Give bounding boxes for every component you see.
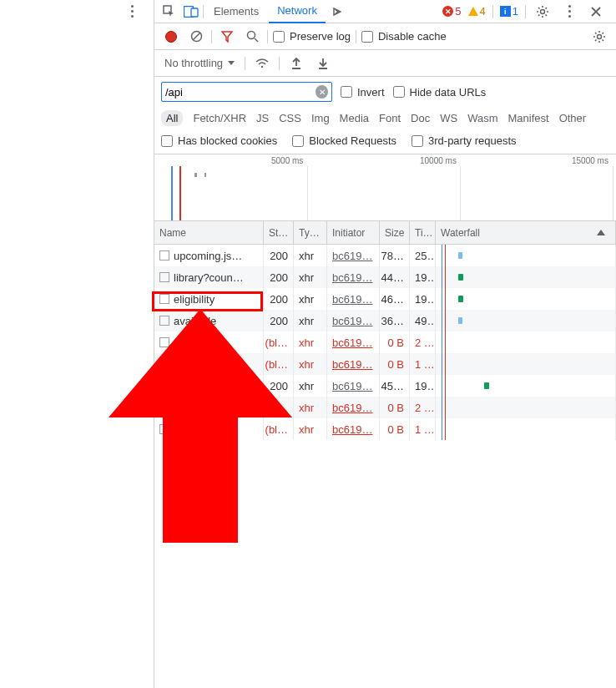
request-name: available	[174, 315, 216, 327]
type-cell: xhr	[294, 310, 327, 331]
third-party-checkbox[interactable]: 3rd-party requests	[412, 134, 517, 147]
filter-doc[interactable]: Doc	[411, 112, 430, 124]
time-cell: 1 …	[410, 353, 436, 375]
download-icon[interactable]	[313, 53, 333, 73]
table-row[interactable]: upcoming.js…200xhrbc619…78…25…	[154, 245, 616, 266]
filter-input[interactable]: ✕	[161, 82, 332, 102]
hide-data-urls-checkbox[interactable]: Hide data URLs	[393, 86, 487, 99]
svg-point-3	[541, 9, 545, 13]
filter-manifest[interactable]: Manifest	[507, 112, 548, 124]
type-cell: xhr	[294, 288, 327, 310]
preserve-log-checkbox[interactable]: Preserve log	[273, 30, 351, 43]
request-name: eligibility	[174, 293, 215, 306]
clear-filter-icon[interactable]: ✕	[316, 85, 328, 99]
upload-icon[interactable]	[286, 53, 306, 73]
initiator-link[interactable]: bc619…	[332, 271, 372, 284]
row-checkbox[interactable]	[159, 424, 169, 434]
kebab-menu[interactable]	[124, 5, 140, 18]
throttling-dropdown[interactable]: No throttling	[161, 55, 238, 71]
filter-img[interactable]: Img	[311, 112, 330, 124]
invert-checkbox[interactable]: Invert	[341, 86, 385, 99]
table-row[interactable]: (bl…xhrbc619…0 B1 …	[154, 353, 616, 375]
col-size[interactable]: Size	[380, 221, 410, 244]
clear-icon[interactable]	[186, 27, 206, 47]
time-cell: 25…	[410, 245, 436, 266]
more-tabs-icon[interactable]	[327, 2, 347, 22]
time-cell: 2 …	[410, 331, 436, 353]
type-cell: xhr	[294, 397, 327, 418]
initiator-link[interactable]: bc619…	[332, 293, 372, 306]
device-icon[interactable]	[181, 2, 201, 22]
initiator-link[interactable]: bc619…	[332, 402, 372, 414]
filter-icon[interactable]	[217, 27, 237, 47]
table-row[interactable]: (bl…xhrbc619…0 B2 …	[154, 397, 616, 418]
network-settings-icon[interactable]	[589, 27, 609, 47]
blocked-cookies-checkbox[interactable]: Has blocked cookies	[161, 134, 277, 147]
blocked-requests-checkbox[interactable]: Blocked Requests	[292, 134, 396, 147]
row-checkbox[interactable]	[159, 316, 169, 326]
close-icon[interactable]	[586, 2, 606, 22]
tab-elements[interactable]: Elements	[205, 0, 267, 23]
overflow-icon[interactable]	[559, 2, 579, 22]
filter-all[interactable]: All	[161, 110, 183, 126]
filter-ws[interactable]: WS	[440, 112, 457, 124]
table-row[interactable]: (bl…xhrbc619…0 B2 …	[154, 331, 616, 353]
gear-icon[interactable]	[533, 2, 553, 22]
table-row[interactable]: eligibility200xhrbc619…46…19…	[154, 288, 616, 310]
timeline-overview[interactable]: 5000 ms 10000 ms 15000 ms	[154, 154, 616, 221]
size-cell: 0 B	[380, 397, 410, 418]
waterfall-cell	[436, 266, 616, 288]
waterfall-cell	[436, 397, 616, 418]
time-cell: 49…	[410, 310, 436, 331]
inspect-icon[interactable]	[159, 2, 179, 22]
svg-point-8	[598, 34, 602, 38]
col-initiator[interactable]: Initiator	[327, 221, 380, 244]
status-cell: (bl…	[264, 397, 294, 418]
table-row[interactable]: available200xhrbc619…36…49…	[154, 310, 616, 331]
disable-cache-checkbox[interactable]: Disable cache	[361, 30, 447, 43]
size-cell: 44…	[380, 266, 410, 288]
tab-network[interactable]: Network	[269, 0, 326, 23]
filter-wasm[interactable]: Wasm	[467, 112, 497, 124]
col-waterfall[interactable]: Waterfall	[436, 221, 616, 244]
size-cell: 36…	[380, 310, 410, 331]
initiator-link[interactable]: bc619…	[332, 315, 372, 327]
row-checkbox[interactable]	[159, 272, 169, 282]
size-cell: 0 B	[380, 418, 410, 440]
row-checkbox[interactable]	[159, 359, 169, 369]
filter-js[interactable]: JS	[256, 112, 269, 124]
table-row[interactable]: 200xhrbc619…45…19…	[154, 375, 616, 397]
initiator-link[interactable]: bc619…	[332, 380, 372, 392]
col-time[interactable]: Ti…	[410, 221, 436, 244]
initiator-link[interactable]: bc619…	[332, 423, 372, 436]
col-type[interactable]: Ty…	[294, 221, 327, 244]
table-row[interactable]: library?coun…200xhrbc619…44…19…	[154, 266, 616, 288]
initiator-link[interactable]: bc619…	[332, 250, 372, 262]
filter-css[interactable]: CSS	[279, 112, 301, 124]
filter-other[interactable]: Other	[559, 112, 587, 124]
error-count[interactable]: ✕5	[442, 5, 461, 18]
row-checkbox[interactable]	[159, 250, 169, 261]
filter-media[interactable]: Media	[340, 112, 369, 124]
wifi-icon[interactable]	[252, 53, 272, 73]
waterfall-cell	[436, 288, 616, 310]
table-row[interactable]: (bl…xhrbc619…0 B1 …	[154, 418, 616, 440]
row-checkbox[interactable]	[159, 402, 169, 412]
warning-count[interactable]: 4	[468, 5, 486, 18]
row-checkbox[interactable]	[159, 294, 169, 304]
filter-font[interactable]: Font	[379, 112, 401, 124]
initiator-link[interactable]: bc619…	[332, 336, 372, 349]
search-icon[interactable]	[242, 27, 262, 47]
col-status[interactable]: St…	[264, 221, 294, 244]
info-count[interactable]: i1	[500, 5, 518, 18]
col-name[interactable]: Name	[154, 221, 264, 244]
size-cell: 0 B	[380, 331, 410, 353]
status-cell: 200	[264, 266, 294, 288]
record-button[interactable]	[161, 27, 181, 47]
initiator-link[interactable]: bc619…	[332, 358, 372, 371]
filter-fetch[interactable]: Fetch/XHR	[193, 112, 246, 124]
request-name: upcoming.js…	[174, 250, 242, 262]
sort-asc-icon	[597, 230, 605, 235]
row-checkbox[interactable]	[159, 381, 169, 391]
row-checkbox[interactable]	[159, 337, 169, 347]
